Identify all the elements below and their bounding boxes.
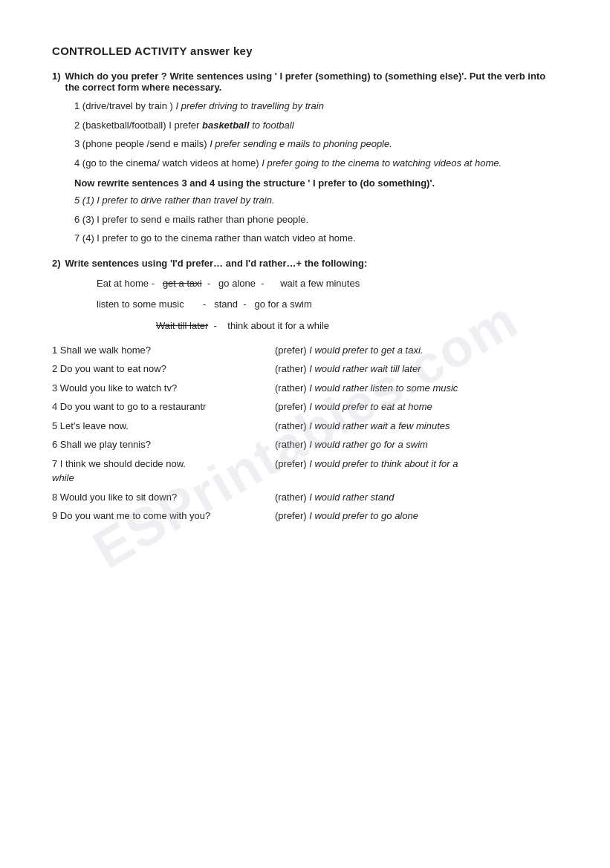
wl-stand: stand xyxy=(214,296,238,314)
item-2: 2 (basketball/football) I prefer basketb… xyxy=(74,118,558,133)
label-7: (prefer) xyxy=(275,458,309,469)
answer-a-2: (rather) I would rather wait till later xyxy=(275,362,558,376)
answer-a-8: (rather) I would rather stand xyxy=(275,490,558,505)
ans-3: I would rather listen to some music xyxy=(309,382,458,394)
ans-4: I would prefer to eat at home xyxy=(309,401,432,412)
label-9: (prefer) xyxy=(275,510,309,521)
section-2: 2) Write sentences using 'I'd prefer… an… xyxy=(52,258,558,523)
answer-q-1: 1 Shall we walk home? xyxy=(52,343,275,358)
label-1: (prefer) xyxy=(275,345,309,356)
answer-q-9: 9 Do you want me to come with you? xyxy=(52,509,275,523)
answer-row-1: 1 Shall we walk home? (prefer) I would p… xyxy=(52,343,558,358)
answer-a-5: (rather) I would rather wait a few minut… xyxy=(275,419,558,434)
item-2-bold: basketball xyxy=(202,120,250,131)
answer-q-7: 7 I think we should decide now.while xyxy=(52,457,275,486)
answer-row-7: 7 I think we should decide now.while (pr… xyxy=(52,457,558,486)
answer-q-4: 4 Do you want to go to a restaurantr xyxy=(52,399,275,414)
sub-item-7: 7 (4) I prefer to go to the cinema rathe… xyxy=(74,231,558,246)
item-2-prompt: 2 (basketball/football) I prefer xyxy=(74,120,202,131)
answer-a-1: (prefer) I would prefer to get a taxi. xyxy=(275,343,558,358)
label-5: (rather) xyxy=(275,420,309,431)
section-2-title: Write sentences using 'I'd prefer… and I… xyxy=(65,258,368,269)
section-2-number: 2) xyxy=(52,258,61,269)
answer-a-9: (prefer) I would prefer to go alone xyxy=(275,509,558,523)
label-3: (rather) xyxy=(275,382,309,394)
sub-item-7-text: 7 (4) I prefer to go to the cinema rathe… xyxy=(74,232,356,244)
item-4-prompt: 4 (go to the cinema/ watch videos at hom… xyxy=(74,157,262,169)
ans-9: I would prefer to go alone xyxy=(309,510,418,521)
answer-q-8: 8 Would you like to sit down? xyxy=(52,490,275,505)
wl-music: listen to some music xyxy=(97,296,184,314)
item-4-answer: I prefer going to the cinema to watching… xyxy=(262,157,502,169)
sub-section-header: Now rewrite sentences 3 and 4 using the … xyxy=(74,177,558,189)
item-1: 1 (drive/travel by train ) I prefer driv… xyxy=(74,99,558,114)
wl-wait-later: Wait till later xyxy=(156,320,208,331)
answer-row-9: 9 Do you want me to come with you? (pref… xyxy=(52,509,558,523)
label-8: (rather) xyxy=(275,492,309,503)
page-title: CONTROLLED ACTIVITY answer key xyxy=(52,45,558,57)
ans-1: I would prefer to get a taxi. xyxy=(309,345,423,356)
section-1-header: 1) Which do you prefer ? Write sentences… xyxy=(52,71,558,93)
wl-dash5: - xyxy=(214,320,217,331)
answer-q-5: 5 Let's leave now. xyxy=(52,419,275,434)
item-4: 4 (go to the cinema/ watch videos at hom… xyxy=(74,156,558,171)
label-2: (rather) xyxy=(275,363,309,374)
answer-a-7: (prefer) I would prefer to think about i… xyxy=(275,457,558,471)
answer-q-2: 2 Do you want to eat now? xyxy=(52,362,275,376)
wl-dash2: - xyxy=(261,275,264,293)
answer-row-6: 6 Shall we play tennis? (rather) I would… xyxy=(52,437,558,452)
answer-row-8: 8 Would you like to sit down? (rather) I… xyxy=(52,490,558,505)
item-1-answer: I prefer driving to travelling by train xyxy=(176,100,324,111)
section-1-title: Which do you prefer ? Write sentences us… xyxy=(65,71,558,93)
wl-wait: wait a few minutes xyxy=(280,275,360,293)
wl-dash4: - xyxy=(243,296,246,314)
answer-q-3: 3 Would you like to watch tv? xyxy=(52,381,275,396)
label-4: (prefer) xyxy=(275,401,309,412)
label-6: (rather) xyxy=(275,439,309,450)
answer-a-4: (prefer) I would prefer to eat at home xyxy=(275,399,558,414)
item-2-suffix: to football xyxy=(250,120,294,131)
answer-q-6: 6 Shall we play tennis? xyxy=(52,437,275,452)
wl-think: think about it for a while xyxy=(227,320,329,331)
answer-a-3: (rather) I would rather listen to some m… xyxy=(275,381,558,396)
ans-7: I would prefer to think about it for a xyxy=(309,458,458,469)
wl-eat: Eat at home - xyxy=(97,275,155,293)
wl-alone: go alone xyxy=(218,275,256,293)
sub-item-5-text: 5 (1) I prefer to drive rather than trav… xyxy=(74,195,275,206)
ans-8: I would rather stand xyxy=(309,492,394,503)
ans-7-cont: while xyxy=(52,472,74,483)
word-list-row-3: Wait till later - think about it for a w… xyxy=(97,317,558,336)
section-2-header: 2) Write sentences using 'I'd prefer… an… xyxy=(52,258,558,269)
answer-grid: 1 Shall we walk home? (prefer) I would p… xyxy=(52,343,558,523)
sub-item-6: 6 (3) I prefer to send e mails rather th… xyxy=(74,212,558,227)
word-list-row-1: Eat at home - get a taxi - go alone - wa… xyxy=(97,275,558,293)
wl-taxi: get a taxi xyxy=(163,275,202,293)
answer-a-6: (rather) I would rather go for a swim xyxy=(275,437,558,452)
sub-item-5: 5 (1) I prefer to drive rather than trav… xyxy=(74,193,558,208)
answer-row-4: 4 Do you want to go to a restaurantr (pr… xyxy=(52,399,558,414)
wl-dash3: - xyxy=(203,296,206,314)
section-1: 1) Which do you prefer ? Write sentences… xyxy=(52,71,558,246)
item-3: 3 (phone people /send e mails) I prefer … xyxy=(74,137,558,151)
answer-row-2: 2 Do you want to eat now? (rather) I wou… xyxy=(52,362,558,376)
answer-row-5: 5 Let's leave now. (rather) I would rath… xyxy=(52,419,558,434)
wl-swim: go for a swim xyxy=(254,296,311,314)
word-list-row-2: listen to some music - stand - go for a … xyxy=(97,296,558,314)
item-3-answer: I prefer sending e mails to phoning peop… xyxy=(210,138,392,149)
ans-5: I would rather wait a few minutes xyxy=(309,420,450,431)
wl-dash1: - xyxy=(207,275,210,293)
ans-6: I would rather go for a swim xyxy=(309,439,428,450)
ans-2: I would rather wait till later xyxy=(309,363,421,374)
section-1-number: 1) xyxy=(52,71,61,93)
item-1-prompt: 1 (drive/travel by train ) xyxy=(74,100,176,111)
sub-item-6-text: 6 (3) I prefer to send e mails rather th… xyxy=(74,214,308,225)
answer-row-3: 3 Would you like to watch tv? (rather) I… xyxy=(52,381,558,396)
item-3-prompt: 3 (phone people /send e mails) xyxy=(74,138,210,149)
word-list: Eat at home - get a taxi - go alone - wa… xyxy=(74,275,558,336)
